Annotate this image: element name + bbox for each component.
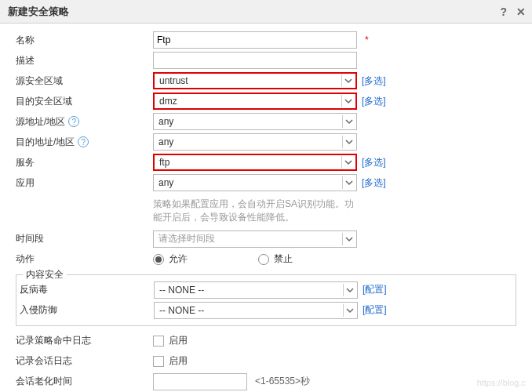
checkbox-label-enable: 启用 bbox=[169, 334, 188, 347]
help-icon[interactable]: ? bbox=[501, 5, 508, 18]
chevron-down-icon bbox=[342, 176, 355, 189]
config-link-ips[interactable]: [配置] bbox=[363, 303, 387, 317]
chevron-down-icon bbox=[341, 95, 354, 107]
checkbox-log-session[interactable]: 启用 bbox=[153, 354, 188, 368]
radio-deny[interactable]: 禁止 bbox=[258, 252, 293, 266]
label-src-addr: 源地址/地区 bbox=[16, 115, 65, 129]
dialog-titlebar: 新建安全策略 ? ✕ bbox=[0, 0, 532, 24]
label-session-aging: 会话老化时间 bbox=[16, 375, 153, 388]
multi-link-dst-zone[interactable]: [多选] bbox=[362, 95, 386, 108]
app-value: any bbox=[159, 177, 173, 188]
session-aging-input[interactable] bbox=[153, 373, 247, 390]
name-input[interactable] bbox=[153, 31, 357, 49]
label-ips: 入侵防御 bbox=[20, 303, 154, 317]
label-action: 动作 bbox=[16, 252, 153, 266]
label-dst-zone: 目的安全区域 bbox=[16, 95, 153, 108]
chevron-down-icon bbox=[341, 156, 354, 169]
src-addr-dropdown[interactable]: any bbox=[153, 113, 357, 130]
src-zone-dropdown[interactable]: untrust bbox=[153, 72, 357, 89]
antivirus-dropdown[interactable]: -- NONE -- bbox=[154, 281, 358, 299]
dialog-title: 新建安全策略 bbox=[8, 5, 69, 17]
session-aging-suffix: <1-65535>秒 bbox=[255, 375, 310, 388]
multi-link-app[interactable]: [多选] bbox=[362, 176, 386, 190]
label-antivirus: 反病毒 bbox=[20, 283, 154, 296]
label-desc: 描述 bbox=[16, 54, 153, 67]
src-addr-value: any bbox=[159, 116, 173, 127]
chevron-down-icon bbox=[341, 74, 354, 87]
app-dropdown[interactable]: any bbox=[153, 174, 357, 191]
multi-link-service[interactable]: [多选] bbox=[362, 156, 386, 169]
required-mark: * bbox=[365, 34, 369, 45]
checkbox-icon bbox=[153, 356, 164, 367]
label-name: 名称 bbox=[16, 34, 153, 47]
desc-input[interactable] bbox=[153, 52, 357, 69]
label-log-hit: 记录策略命中日志 bbox=[16, 334, 153, 347]
checkbox-icon bbox=[153, 336, 164, 347]
checkbox-label-enable: 启用 bbox=[169, 354, 188, 368]
chevron-down-icon bbox=[342, 136, 355, 148]
close-icon[interactable]: ✕ bbox=[516, 5, 526, 18]
dialog-new-security-policy: 新建安全策略 ? ✕ 名称 * 描述 源安全区域 untrust bbox=[0, 0, 532, 392]
label-dst-addr: 目的地址/地区 bbox=[16, 136, 75, 149]
time-dropdown[interactable]: 请选择时间段 bbox=[153, 230, 357, 248]
radio-allow-label: 允许 bbox=[169, 252, 188, 266]
help-icon[interactable]: ? bbox=[78, 136, 89, 147]
chevron-down-icon bbox=[343, 284, 355, 296]
label-time: 时间段 bbox=[16, 232, 153, 245]
multi-link-src-zone[interactable]: [多选] bbox=[362, 74, 386, 88]
service-value: ftp bbox=[159, 157, 169, 168]
chevron-down-icon bbox=[342, 233, 355, 245]
label-app: 应用 bbox=[16, 176, 153, 190]
help-icon[interactable]: ? bbox=[68, 116, 79, 127]
radio-deny-label: 禁止 bbox=[274, 252, 293, 266]
ips-value: -- NONE -- bbox=[159, 305, 204, 316]
config-link-antivirus[interactable]: [配置] bbox=[363, 283, 387, 296]
label-src-zone: 源安全区域 bbox=[16, 74, 153, 88]
time-placeholder: 请选择时间段 bbox=[159, 232, 215, 245]
radio-icon bbox=[153, 254, 164, 265]
radio-allow[interactable]: 允许 bbox=[153, 252, 188, 266]
chevron-down-icon bbox=[343, 304, 355, 317]
label-log-session: 记录会话日志 bbox=[16, 354, 153, 368]
ips-dropdown[interactable]: -- NONE -- bbox=[154, 302, 358, 319]
radio-icon bbox=[258, 254, 269, 265]
legend-content-security: 内容安全 bbox=[23, 268, 67, 281]
dst-addr-dropdown[interactable]: any bbox=[153, 133, 357, 151]
checkbox-log-hit[interactable]: 启用 bbox=[153, 334, 188, 347]
antivirus-value: -- NONE -- bbox=[159, 285, 204, 296]
src-zone-value: untrust bbox=[159, 75, 188, 86]
dst-addr-value: any bbox=[159, 136, 173, 147]
dst-zone-value: dmz bbox=[159, 96, 177, 107]
chevron-down-icon bbox=[342, 115, 355, 128]
dst-zone-dropdown[interactable]: dmz bbox=[153, 93, 357, 110]
label-service: 服务 bbox=[16, 156, 153, 169]
app-hint-text: 策略如果配置应用，会自动开启SA识别功能。功能开启后，会导致设备性能降低。 bbox=[153, 194, 357, 227]
content-security-fieldset: 内容安全 反病毒 -- NONE -- [配置] 入侵防御 -- NONE -- bbox=[16, 274, 516, 326]
service-dropdown[interactable]: ftp bbox=[153, 154, 357, 171]
